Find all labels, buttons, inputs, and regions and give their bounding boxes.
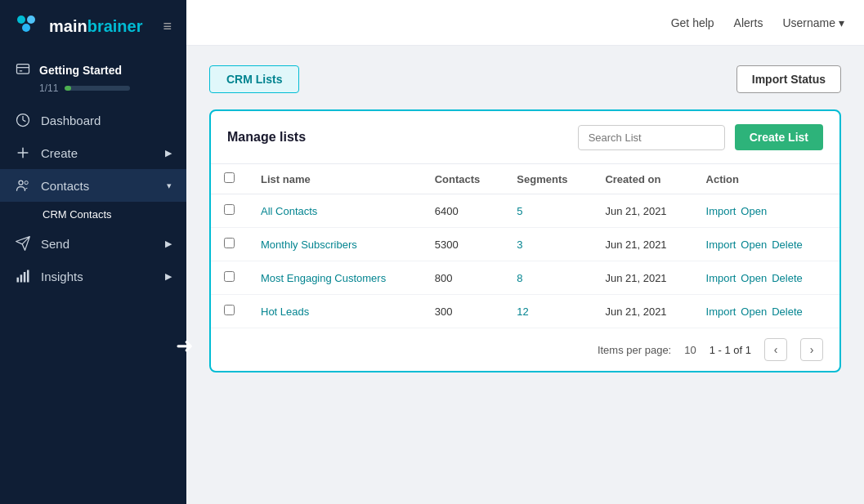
list-name-link-1[interactable]: Monthly Subscribers [261, 239, 357, 251]
list-name-link-0[interactable]: All Contacts [261, 205, 317, 217]
row-checkbox-3[interactable] [224, 305, 235, 315]
table-header-row: List name Contacts Segments Created on A… [211, 164, 839, 194]
sidebar-item-dashboard[interactable]: Dashboard [0, 104, 186, 136]
created-on-0: Jun 21, 2021 [592, 194, 692, 228]
action-open-0[interactable]: Open [741, 205, 767, 217]
table-header: Manage lists Create List [211, 111, 839, 164]
col-segments: Segments [504, 164, 592, 194]
action-delete-3[interactable]: Delete [772, 306, 803, 318]
svg-point-1 [27, 16, 35, 24]
svg-point-2 [22, 24, 30, 32]
pagination-row: Items per page: 10 1 - 1 of 1 ‹ › [211, 328, 839, 371]
col-list-name: List name [248, 164, 422, 194]
get-help-link[interactable]: Get help [671, 16, 714, 29]
action-open-1[interactable]: Open [741, 239, 767, 251]
svg-rect-12 [27, 270, 29, 283]
action-open-2[interactable]: Open [741, 272, 767, 284]
import-status-button[interactable]: Import Status [736, 65, 841, 93]
crm-lists-tab[interactable]: CRM Lists [209, 65, 299, 93]
tabs-bar: CRM Lists Import Status [209, 65, 841, 93]
row-checkbox-2[interactable] [224, 271, 235, 282]
contacts-count-2: 800 [422, 261, 504, 295]
prev-page-button[interactable]: ‹ [764, 338, 787, 361]
sidebar: mainbrainer ≡ Getting Started 1/11 Dashb [0, 0, 186, 504]
alerts-link[interactable]: Alerts [734, 16, 763, 29]
table-title: Manage lists [227, 130, 306, 145]
created-on-2: Jun 21, 2021 [592, 261, 692, 295]
hamburger-icon[interactable]: ≡ [163, 18, 172, 35]
contacts-count-1: 5300 [422, 228, 504, 261]
next-page-button[interactable]: › [800, 338, 823, 361]
topnav: Get help Alerts Username ▾ [186, 0, 864, 46]
actions-cell-0: ImportOpen [693, 194, 839, 228]
sidebar-item-create[interactable]: Create ▶ [0, 136, 186, 169]
getting-started-section[interactable]: Getting Started 1/11 [0, 52, 186, 104]
created-on-3: Jun 21, 2021 [592, 295, 692, 328]
select-all-header [211, 164, 248, 194]
action-delete-1[interactable]: Delete [772, 239, 803, 251]
contacts-icon [15, 177, 31, 194]
table-row: All Contacts64005Jun 21, 2021ImportOpen [211, 194, 839, 228]
row-checkbox-1[interactable] [224, 238, 235, 248]
col-action: Action [693, 164, 839, 194]
dashboard-icon [15, 112, 31, 128]
action-open-3[interactable]: Open [741, 306, 767, 318]
contacts-arrow: ▾ [167, 181, 172, 191]
send-arrow: ▶ [165, 239, 172, 249]
segments-link-2[interactable]: 8 [517, 272, 522, 284]
table-row: Monthly Subscribers53003Jun 21, 2021Impo… [211, 228, 839, 261]
action-import-3[interactable]: Import [706, 306, 736, 318]
send-icon [15, 235, 31, 252]
segments-link-3[interactable]: 12 [517, 306, 528, 318]
items-per-page-label: Items per page: [598, 344, 671, 356]
logo-text: mainbrainer [49, 17, 143, 36]
user-menu[interactable]: Username ▾ [782, 16, 844, 29]
actions-cell-1: ImportOpenDelete [693, 228, 839, 261]
progress-bar-fill [65, 86, 70, 91]
row-checkbox-0[interactable] [224, 204, 235, 215]
sidebar-item-crm-contacts[interactable]: CRM Contacts [0, 202, 186, 227]
list-name-link-2[interactable]: Most Engaging Customers [261, 272, 386, 284]
table-actions: Create List [578, 124, 823, 150]
action-delete-2[interactable]: Delete [772, 272, 803, 284]
svg-rect-9 [17, 278, 20, 283]
action-import-0[interactable]: Import [706, 205, 736, 217]
contacts-count-3: 300 [422, 295, 504, 328]
select-all-checkbox[interactable] [224, 172, 235, 183]
contacts-count-0: 6400 [422, 194, 504, 228]
insights-arrow: ▶ [165, 271, 172, 282]
progress-row: 1/11 [15, 83, 172, 94]
action-import-1[interactable]: Import [706, 239, 736, 251]
svg-point-8 [25, 181, 28, 185]
table-row: Hot Leads30012Jun 21, 2021ImportOpenDele… [211, 295, 839, 328]
search-input[interactable] [578, 125, 725, 150]
col-created-on: Created on [592, 164, 692, 194]
table-card: Manage lists Create List List name Conta… [209, 109, 841, 372]
segments-link-1[interactable]: 3 [517, 239, 522, 251]
actions-cell-2: ImportOpenDelete [693, 261, 839, 295]
actions-cell-3: ImportOpenDelete [693, 295, 839, 328]
logo-area: mainbrainer ≡ [0, 0, 186, 52]
segments-link-0[interactable]: 5 [517, 205, 522, 217]
getting-started-icon [15, 62, 31, 78]
svg-rect-3 [17, 65, 29, 74]
list-name-link-3[interactable]: Hot Leads [261, 306, 309, 318]
col-contacts: Contacts [422, 164, 504, 194]
svg-point-7 [19, 181, 23, 185]
sidebar-item-contacts[interactable]: Contacts ▾ [0, 169, 186, 202]
table-row: Most Engaging Customers8008Jun 21, 2021I… [211, 261, 839, 295]
items-per-page-value: 10 [684, 344, 696, 356]
svg-rect-11 [24, 272, 26, 283]
getting-started-title: Getting Started [15, 62, 172, 78]
sidebar-item-send[interactable]: Send ▶ [0, 227, 186, 260]
main-content: Get help Alerts Username ▾ CRM Lists Imp… [186, 0, 864, 504]
progress-bar-bg [65, 86, 130, 91]
insights-icon [15, 268, 31, 284]
sidebar-item-insights[interactable]: Insights ▶ [0, 260, 186, 292]
create-icon [15, 145, 31, 161]
create-list-button[interactable]: Create List [735, 124, 823, 150]
lists-table: List name Contacts Segments Created on A… [211, 164, 839, 328]
action-import-2[interactable]: Import [706, 272, 736, 284]
logo-icon [15, 13, 41, 39]
svg-point-0 [17, 16, 25, 24]
